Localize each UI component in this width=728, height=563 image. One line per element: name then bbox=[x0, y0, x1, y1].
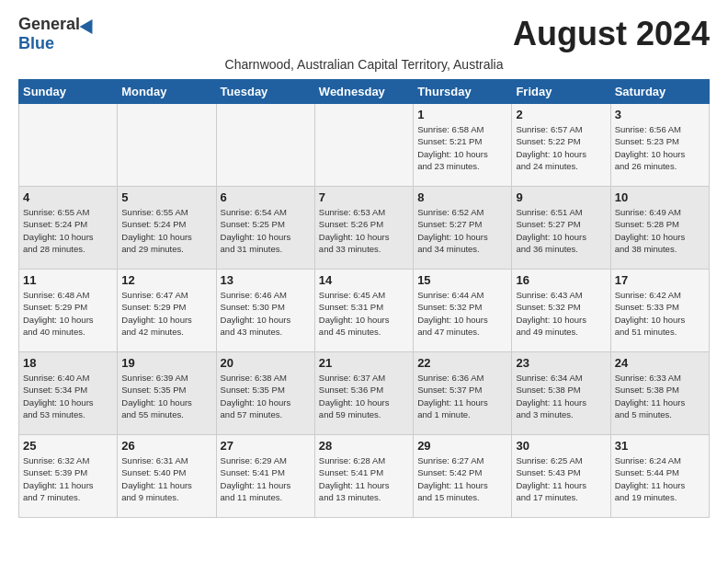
month-year-title: August 2024 bbox=[513, 15, 710, 53]
calendar-day-cell: 28Sunrise: 6:28 AMSunset: 5:41 PMDayligh… bbox=[314, 435, 413, 518]
day-info: Sunrise: 6:54 AMSunset: 5:25 PMDaylight:… bbox=[221, 206, 311, 255]
day-info: Sunrise: 6:34 AMSunset: 5:38 PMDaylight:… bbox=[516, 372, 606, 420]
calendar-day-cell: 5Sunrise: 6:55 AMSunset: 5:24 PMDaylight… bbox=[118, 187, 216, 270]
day-info: Sunrise: 6:38 AMSunset: 5:35 PMDaylight:… bbox=[221, 372, 311, 420]
day-info: Sunrise: 6:29 AMSunset: 5:41 PMDaylight:… bbox=[221, 454, 311, 503]
day-number: 28 bbox=[319, 439, 409, 453]
day-number: 7 bbox=[319, 190, 409, 204]
calendar-day-cell: 7Sunrise: 6:53 AMSunset: 5:26 PMDaylight… bbox=[314, 187, 413, 270]
day-number: 25 bbox=[23, 439, 113, 453]
day-info: Sunrise: 6:31 AMSunset: 5:40 PMDaylight:… bbox=[121, 454, 211, 503]
calendar-day-cell: 6Sunrise: 6:54 AMSunset: 5:25 PMDaylight… bbox=[216, 187, 314, 270]
day-number: 8 bbox=[417, 190, 507, 204]
day-header: Saturday bbox=[610, 80, 709, 104]
calendar-day-cell: 13Sunrise: 6:46 AMSunset: 5:30 PMDayligh… bbox=[216, 270, 314, 352]
calendar-day-cell bbox=[314, 104, 413, 187]
calendar-day-cell: 19Sunrise: 6:39 AMSunset: 5:35 PMDayligh… bbox=[118, 352, 216, 435]
calendar-week-row: 25Sunrise: 6:32 AMSunset: 5:39 PMDayligh… bbox=[19, 435, 710, 518]
day-number: 15 bbox=[417, 273, 507, 287]
day-number: 11 bbox=[23, 273, 113, 287]
calendar-day-cell: 29Sunrise: 6:27 AMSunset: 5:42 PMDayligh… bbox=[414, 435, 512, 518]
day-info: Sunrise: 6:49 AMSunset: 5:28 PMDaylight:… bbox=[615, 206, 705, 255]
day-info: Sunrise: 6:58 AMSunset: 5:21 PMDaylight:… bbox=[417, 123, 507, 172]
calendar-day-cell: 20Sunrise: 6:38 AMSunset: 5:35 PMDayligh… bbox=[216, 352, 314, 435]
calendar-day-cell: 4Sunrise: 6:55 AMSunset: 5:24 PMDaylight… bbox=[19, 187, 118, 270]
calendar-week-row: 18Sunrise: 6:40 AMSunset: 5:34 PMDayligh… bbox=[19, 352, 710, 435]
day-number: 14 bbox=[319, 273, 409, 287]
day-info: Sunrise: 6:39 AMSunset: 5:35 PMDaylight:… bbox=[121, 372, 211, 420]
day-info: Sunrise: 6:27 AMSunset: 5:42 PMDaylight:… bbox=[417, 454, 507, 503]
day-number: 24 bbox=[615, 356, 705, 370]
day-number: 26 bbox=[121, 439, 211, 453]
day-info: Sunrise: 6:51 AMSunset: 5:27 PMDaylight:… bbox=[516, 206, 606, 255]
calendar-day-cell: 9Sunrise: 6:51 AMSunset: 5:27 PMDaylight… bbox=[512, 187, 610, 270]
day-number: 9 bbox=[516, 190, 606, 204]
calendar-day-cell: 25Sunrise: 6:32 AMSunset: 5:39 PMDayligh… bbox=[19, 435, 118, 518]
calendar-day-cell: 3Sunrise: 6:56 AMSunset: 5:23 PMDaylight… bbox=[610, 104, 709, 187]
calendar-day-cell bbox=[19, 104, 118, 187]
day-number: 19 bbox=[121, 356, 211, 370]
day-info: Sunrise: 6:47 AMSunset: 5:29 PMDaylight:… bbox=[121, 289, 211, 338]
day-number: 21 bbox=[319, 356, 409, 370]
day-number: 23 bbox=[516, 356, 606, 370]
calendar-day-cell bbox=[216, 104, 314, 187]
calendar-day-cell: 23Sunrise: 6:34 AMSunset: 5:38 PMDayligh… bbox=[512, 352, 610, 435]
day-number: 12 bbox=[121, 273, 211, 287]
day-info: Sunrise: 6:45 AMSunset: 5:31 PMDaylight:… bbox=[319, 289, 409, 338]
day-info: Sunrise: 6:48 AMSunset: 5:29 PMDaylight:… bbox=[23, 289, 113, 338]
calendar-day-cell: 22Sunrise: 6:36 AMSunset: 5:37 PMDayligh… bbox=[414, 352, 512, 435]
calendar-day-cell: 14Sunrise: 6:45 AMSunset: 5:31 PMDayligh… bbox=[314, 270, 413, 352]
day-header: Monday bbox=[118, 80, 216, 104]
day-info: Sunrise: 6:33 AMSunset: 5:38 PMDaylight:… bbox=[615, 372, 705, 420]
day-info: Sunrise: 6:43 AMSunset: 5:32 PMDaylight:… bbox=[516, 289, 606, 338]
logo-general-text: General bbox=[18, 15, 80, 34]
day-info: Sunrise: 6:24 AMSunset: 5:44 PMDaylight:… bbox=[615, 454, 705, 503]
calendar-day-cell: 21Sunrise: 6:37 AMSunset: 5:36 PMDayligh… bbox=[314, 352, 413, 435]
day-info: Sunrise: 6:37 AMSunset: 5:36 PMDaylight:… bbox=[319, 372, 409, 420]
day-info: Sunrise: 6:55 AMSunset: 5:24 PMDaylight:… bbox=[23, 206, 113, 255]
day-header: Wednesday bbox=[314, 80, 413, 104]
day-number: 27 bbox=[221, 439, 311, 453]
day-info: Sunrise: 6:28 AMSunset: 5:41 PMDaylight:… bbox=[319, 454, 409, 503]
calendar-day-cell: 18Sunrise: 6:40 AMSunset: 5:34 PMDayligh… bbox=[19, 352, 118, 435]
calendar-day-cell: 24Sunrise: 6:33 AMSunset: 5:38 PMDayligh… bbox=[610, 352, 709, 435]
day-info: Sunrise: 6:42 AMSunset: 5:33 PMDaylight:… bbox=[615, 289, 705, 338]
day-info: Sunrise: 6:55 AMSunset: 5:24 PMDaylight:… bbox=[121, 206, 211, 255]
calendar-day-cell bbox=[118, 104, 216, 187]
calendar-day-cell: 26Sunrise: 6:31 AMSunset: 5:40 PMDayligh… bbox=[118, 435, 216, 518]
day-number: 10 bbox=[615, 190, 705, 204]
day-number: 3 bbox=[615, 108, 705, 121]
day-number: 13 bbox=[221, 273, 311, 287]
day-number: 5 bbox=[121, 190, 211, 204]
calendar-day-cell: 15Sunrise: 6:44 AMSunset: 5:32 PMDayligh… bbox=[414, 270, 512, 352]
calendar-day-cell: 2Sunrise: 6:57 AMSunset: 5:22 PMDaylight… bbox=[512, 104, 610, 187]
day-info: Sunrise: 6:56 AMSunset: 5:23 PMDaylight:… bbox=[615, 123, 705, 172]
calendar-day-cell: 12Sunrise: 6:47 AMSunset: 5:29 PMDayligh… bbox=[118, 270, 216, 352]
calendar-day-cell: 11Sunrise: 6:48 AMSunset: 5:29 PMDayligh… bbox=[19, 270, 118, 352]
day-number: 20 bbox=[221, 356, 311, 370]
day-number: 18 bbox=[23, 356, 113, 370]
calendar-table: SundayMondayTuesdayWednesdayThursdayFrid… bbox=[18, 79, 710, 518]
calendar-day-cell: 31Sunrise: 6:24 AMSunset: 5:44 PMDayligh… bbox=[610, 435, 709, 518]
calendar-body: 1Sunrise: 6:58 AMSunset: 5:21 PMDaylight… bbox=[19, 104, 710, 518]
calendar-day-cell: 17Sunrise: 6:42 AMSunset: 5:33 PMDayligh… bbox=[610, 270, 709, 352]
day-info: Sunrise: 6:53 AMSunset: 5:26 PMDaylight:… bbox=[319, 206, 409, 255]
day-info: Sunrise: 6:32 AMSunset: 5:39 PMDaylight:… bbox=[23, 454, 113, 503]
logo: General Blue bbox=[18, 15, 97, 53]
calendar-day-cell: 16Sunrise: 6:43 AMSunset: 5:32 PMDayligh… bbox=[512, 270, 610, 352]
day-info: Sunrise: 6:40 AMSunset: 5:34 PMDaylight:… bbox=[23, 372, 113, 420]
day-number: 16 bbox=[516, 273, 606, 287]
calendar-day-cell: 10Sunrise: 6:49 AMSunset: 5:28 PMDayligh… bbox=[610, 187, 709, 270]
day-info: Sunrise: 6:44 AMSunset: 5:32 PMDaylight:… bbox=[417, 289, 507, 338]
day-info: Sunrise: 6:52 AMSunset: 5:27 PMDaylight:… bbox=[417, 206, 507, 255]
day-number: 31 bbox=[615, 439, 705, 453]
day-header: Tuesday bbox=[216, 80, 314, 104]
day-header: Friday bbox=[512, 80, 610, 104]
calendar-header-row: SundayMondayTuesdayWednesdayThursdayFrid… bbox=[19, 80, 710, 104]
day-info: Sunrise: 6:25 AMSunset: 5:43 PMDaylight:… bbox=[516, 454, 606, 503]
calendar-week-row: 1Sunrise: 6:58 AMSunset: 5:21 PMDaylight… bbox=[19, 104, 710, 187]
logo-blue-text: Blue bbox=[18, 34, 54, 53]
calendar-day-cell: 1Sunrise: 6:58 AMSunset: 5:21 PMDaylight… bbox=[414, 104, 512, 187]
calendar-week-row: 11Sunrise: 6:48 AMSunset: 5:29 PMDayligh… bbox=[19, 270, 710, 352]
day-number: 22 bbox=[417, 356, 507, 370]
